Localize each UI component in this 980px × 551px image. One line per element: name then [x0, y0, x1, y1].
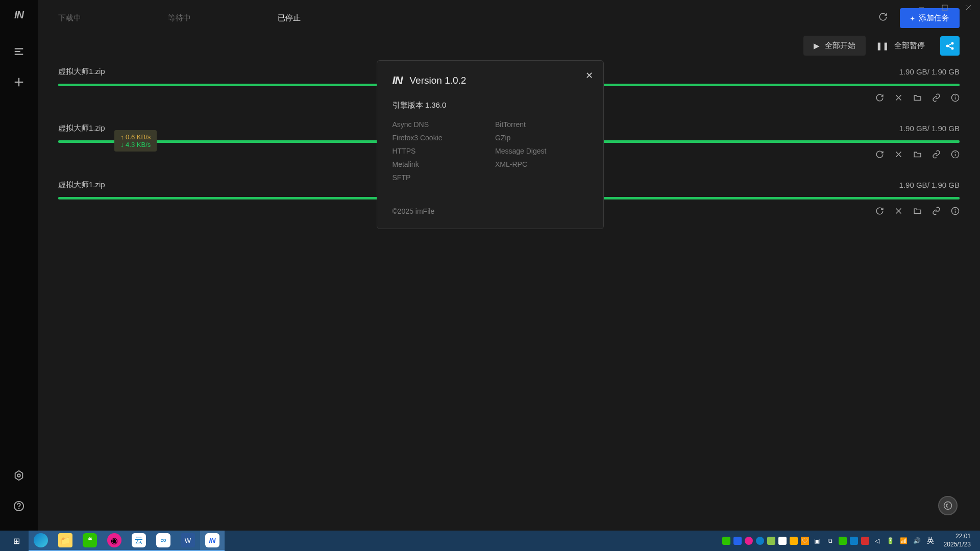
start-all-label: 全部开始 [825, 41, 855, 51]
sidebar-menu-icon[interactable] [9, 41, 29, 62]
start-button[interactable]: ⊞ [4, 531, 29, 551]
tray-chevron-icon[interactable]: ◁ [872, 536, 883, 546]
copyright: ©2025 imFile [393, 207, 588, 215]
tray-icon[interactable] [733, 537, 742, 545]
taskbar-edge-icon[interactable] [29, 531, 53, 551]
window-minimize-button[interactable] [910, 0, 933, 15]
version-label: Version 1.0.2 [410, 75, 467, 86]
tray-icon[interactable] [839, 537, 847, 545]
task-folder-icon[interactable] [913, 93, 922, 104]
task-retry-icon[interactable] [875, 150, 884, 161]
clock-date: 2025/1/23 [944, 541, 971, 549]
tray-volume-icon[interactable]: 🔊 [912, 536, 922, 546]
pause-all-label: 全部暂停 [894, 41, 925, 51]
modal-title: IN Version 1.0.2 [393, 74, 588, 87]
engine-version: 引擎版本 1.36.0 [393, 101, 588, 110]
task-name: 虚拟大师1.zip [58, 67, 105, 77]
taskbar-wechat-icon[interactable]: ❝ [78, 531, 102, 551]
refresh-button[interactable] [874, 8, 892, 28]
taskbar-app-icon[interactable]: ◉ [102, 531, 127, 551]
window-maximize-button[interactable] [933, 0, 957, 15]
share-button[interactable] [940, 36, 960, 56]
svg-marker-5 [15, 471, 23, 480]
feature-item: GZip [495, 134, 588, 142]
task-link-icon[interactable] [932, 207, 941, 217]
app-logo-icon: IN [14, 9, 23, 21]
download-speed: ↓ 4.3 KB/s [120, 141, 151, 148]
svg-point-8 [19, 508, 19, 509]
feature-list: Async DNS BitTorrent Firefox3 Cookie GZi… [393, 120, 588, 182]
tabs: 下载中 等待中 已停止 [58, 13, 301, 23]
taskbar-app-icon[interactable]: ∞ [151, 531, 176, 551]
window-controls [910, 0, 980, 15]
modal-logo-icon: IN [393, 74, 403, 87]
task-delete-icon[interactable] [894, 150, 903, 161]
task-folder-icon[interactable] [913, 150, 922, 161]
tray-icon[interactable]: ⧉ [825, 536, 836, 546]
tab-waiting[interactable]: 等待中 [168, 13, 191, 23]
tray-icon[interactable] [861, 537, 869, 545]
start-all-button[interactable]: ▶ 全部开始 [803, 36, 866, 56]
upload-speed: ↑ 0.6 KB/s [120, 133, 151, 141]
float-speed-button[interactable] [938, 496, 958, 515]
tray-icon[interactable]: 🛡 [801, 537, 809, 545]
task-link-icon[interactable] [932, 93, 941, 104]
play-icon: ▶ [814, 41, 820, 51]
feature-item: XML-RPC [495, 160, 588, 168]
tray-icon[interactable] [778, 537, 787, 545]
taskbar-word-icon[interactable]: W [176, 531, 200, 551]
modal-close-button[interactable]: ✕ [585, 70, 593, 81]
taskbar-clock[interactable]: 22:01 2025/1/23 [939, 533, 976, 548]
svg-point-32 [955, 209, 955, 210]
feature-item: HTTPS [393, 147, 485, 155]
task-folder-icon[interactable] [913, 207, 922, 217]
svg-line-16 [948, 43, 952, 45]
tab-downloading[interactable]: 下载中 [58, 13, 81, 23]
feature-item: BitTorrent [495, 120, 588, 129]
tray-icon[interactable] [722, 537, 730, 545]
task-retry-icon[interactable] [875, 93, 884, 104]
speed-tooltip: ↑ 0.6 KB/s ↓ 4.3 KB/s [114, 130, 157, 152]
task-delete-icon[interactable] [894, 207, 903, 217]
task-delete-icon[interactable] [894, 93, 903, 104]
tray-icon[interactable]: ▣ [812, 536, 822, 546]
svg-point-6 [17, 474, 20, 477]
bulk-actions: ▶ 全部开始 ❚❚ 全部暂停 [38, 36, 980, 63]
tray-icon[interactable] [745, 537, 753, 545]
tray-icon[interactable] [850, 537, 858, 545]
tray-battery-icon[interactable]: 🔋 [886, 536, 896, 546]
sidebar-settings-icon[interactable] [9, 465, 29, 486]
svg-point-22 [955, 96, 955, 96]
tray-icon[interactable] [790, 537, 798, 545]
task-size: 1.90 GB/ 1.90 GB [899, 181, 960, 189]
task-info-icon[interactable] [951, 93, 960, 104]
task-link-icon[interactable] [932, 150, 941, 161]
sidebar-help-icon[interactable] [9, 496, 29, 516]
task-info-icon[interactable] [951, 207, 960, 217]
topbar: 下载中 等待中 已停止 + 添加任务 [38, 0, 980, 36]
task-info-icon[interactable] [951, 150, 960, 161]
tab-stopped[interactable]: 已停止 [278, 13, 301, 23]
taskbar-imfile-icon[interactable]: IN [200, 531, 225, 551]
taskbar-app-icon[interactable]: 云 [127, 531, 151, 551]
feature-item: Firefox3 Cookie [393, 134, 485, 142]
tray-icon[interactable] [756, 537, 764, 545]
task-size: 1.90 GB/ 1.90 GB [899, 124, 960, 133]
pause-all-button[interactable]: ❚❚ 全部暂停 [866, 36, 935, 56]
svg-rect-10 [942, 5, 947, 10]
taskbar-explorer-icon[interactable]: 📁 [53, 531, 78, 551]
window-close-button[interactable] [957, 0, 980, 15]
sidebar-add-icon[interactable] [9, 72, 29, 92]
tray-ime[interactable]: 英 [925, 536, 936, 546]
tray-wifi-icon[interactable]: 📶 [899, 536, 909, 546]
task-name: 虚拟大师1.zip [58, 180, 105, 190]
tray-icon[interactable] [767, 537, 775, 545]
svg-line-17 [948, 46, 952, 47]
windows-taskbar: ⊞ 📁 ❝ ◉ 云 ∞ W IN 🛡 ▣ ⧉ ◁ 🔋 📶 🔊 英 22:01 2… [0, 531, 980, 551]
sidebar: IN [0, 0, 38, 531]
task-retry-icon[interactable] [875, 207, 884, 217]
feature-item: Metalink [393, 160, 485, 168]
feature-item: SFTP [393, 173, 485, 182]
task-size: 1.90 GB/ 1.90 GB [899, 67, 960, 76]
clock-time: 22:01 [944, 533, 971, 541]
